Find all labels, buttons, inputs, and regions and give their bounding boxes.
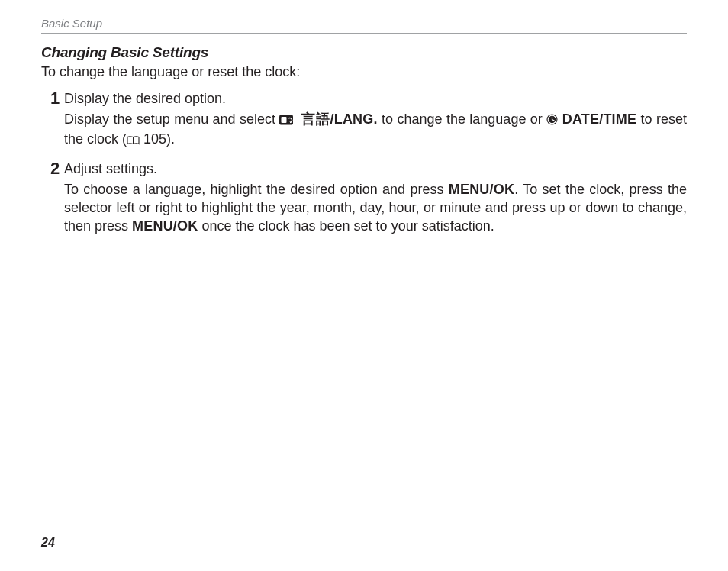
step-2-body: To choose a language, highlight the desi… <box>64 180 687 235</box>
step-2-c: once the clock has been set to your sati… <box>198 218 494 234</box>
step-1-body: Display the setup menu and select 言語/LAN… <box>64 110 687 150</box>
menu-ok-1: MENU/OK <box>449 182 514 197</box>
step-2: Adjust settings. To choose a language, h… <box>64 160 687 235</box>
clock-icon <box>546 111 558 130</box>
lang-label-text: 言語/LANG. <box>301 111 377 127</box>
setup-icon <box>279 111 293 130</box>
page-number: 24 <box>41 536 55 550</box>
step-1: Display the desired option. Display the … <box>64 90 687 150</box>
book-icon <box>127 131 140 150</box>
step-1-suffix: ). <box>166 131 175 147</box>
lang-label: 言語/LANG. <box>298 111 378 127</box>
menu-ok-2: MENU/OK <box>132 218 198 234</box>
step-2-title: Adjust settings. <box>64 160 687 177</box>
step-1-pre: Display the setup menu and select <box>64 111 279 127</box>
section-heading: Changing Basic Settings <box>41 44 687 61</box>
page: Basic Setup Changing Basic Settings To c… <box>0 0 728 571</box>
page-ref: 105 <box>140 131 166 147</box>
heading-text: Changing Basic Settings <box>41 44 208 60</box>
step-1-title: Display the desired option. <box>64 90 687 107</box>
svg-rect-1 <box>282 117 287 123</box>
date-time-text: DATE/TIME <box>562 111 636 127</box>
step-2-a: To choose a language, highlight the desi… <box>64 182 449 197</box>
steps-list: Display the desired option. Display the … <box>41 90 687 235</box>
intro-text: To change the language or reset the cloc… <box>41 63 687 81</box>
step-1-mid: to change the language or <box>378 111 546 127</box>
running-head: Basic Setup <box>41 17 687 34</box>
date-time-label: DATE/TIME <box>558 111 636 127</box>
